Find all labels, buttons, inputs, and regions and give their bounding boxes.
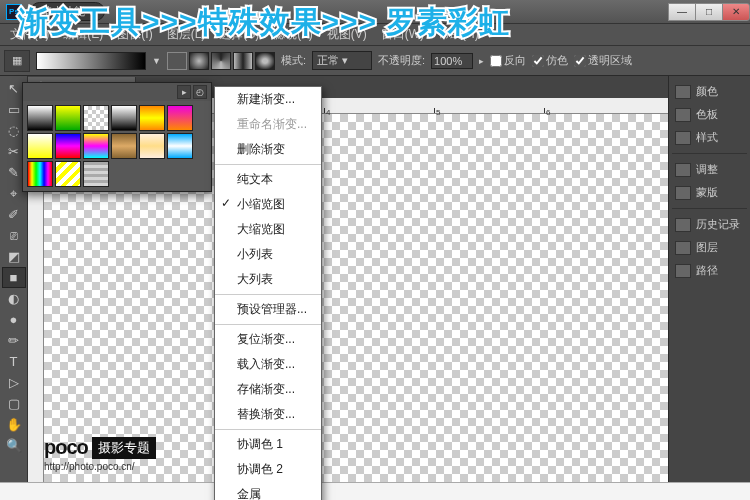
tool-9[interactable]: ■ bbox=[2, 267, 26, 288]
panel-icon bbox=[675, 163, 691, 177]
panel-icon bbox=[675, 241, 691, 255]
gradient-swatch[interactable] bbox=[55, 133, 81, 159]
flyout-item[interactable]: 复位渐变... bbox=[215, 327, 321, 352]
opacity-slider-icon[interactable]: ▸ bbox=[479, 56, 484, 66]
tool-11[interactable]: ● bbox=[2, 309, 26, 330]
opacity-input[interactable]: 100% bbox=[431, 53, 473, 69]
flyout-item[interactable]: 金属 bbox=[215, 482, 321, 500]
watermark-url: http://photo.poco.cn/ bbox=[44, 461, 156, 472]
gradient-diamond-icon[interactable] bbox=[255, 52, 275, 70]
gradient-preview[interactable] bbox=[36, 52, 146, 70]
gradient-type-group bbox=[167, 52, 275, 70]
tool-8[interactable]: ◩ bbox=[2, 246, 26, 267]
gradient-swatch-grid bbox=[23, 101, 211, 191]
flyout-item[interactable]: 替换渐变... bbox=[215, 402, 321, 427]
panel-icon bbox=[675, 186, 691, 200]
panel-蒙版[interactable]: 蒙版 bbox=[669, 181, 750, 204]
flyout-item[interactable]: 预设管理器... bbox=[215, 297, 321, 322]
mode-select[interactable]: 正常 ▾ bbox=[312, 51, 372, 70]
tool-16[interactable]: ✋ bbox=[2, 414, 26, 435]
panel-icon bbox=[675, 264, 691, 278]
gradient-swatch[interactable] bbox=[27, 133, 53, 159]
panel-色板[interactable]: 色板 bbox=[669, 103, 750, 126]
panel-label: 样式 bbox=[696, 130, 718, 145]
gradient-swatch[interactable] bbox=[167, 133, 193, 159]
gradient-swatch[interactable] bbox=[111, 105, 137, 131]
dither-checkbox[interactable]: 仿色 bbox=[532, 53, 568, 68]
flyout-item[interactable]: 大缩览图 bbox=[215, 217, 321, 242]
tool-12[interactable]: ✏ bbox=[2, 330, 26, 351]
gradient-swatch[interactable] bbox=[83, 161, 109, 187]
flyout-item[interactable]: 新建渐变... bbox=[215, 87, 321, 112]
mode-label: 模式: bbox=[281, 53, 306, 68]
gradient-swatch[interactable] bbox=[55, 105, 81, 131]
panel-label: 路径 bbox=[696, 263, 718, 278]
gradient-swatch[interactable] bbox=[27, 105, 53, 131]
gradient-picker-popup: ▸ ◴ bbox=[22, 82, 212, 192]
gradient-flyout-menu: 新建渐变...重命名渐变...删除渐变纯文本小缩览图大缩览图小列表大列表预设管理… bbox=[214, 86, 322, 500]
gradient-swatch[interactable] bbox=[167, 105, 193, 131]
panel-label: 图层 bbox=[696, 240, 718, 255]
reverse-checkbox[interactable]: 反向 bbox=[490, 53, 526, 68]
gradient-linear-icon[interactable] bbox=[167, 52, 187, 70]
panel-icon bbox=[675, 218, 691, 232]
tool-7[interactable]: ⎚ bbox=[2, 225, 26, 246]
statusbar bbox=[0, 482, 750, 500]
panel-label: 调整 bbox=[696, 162, 718, 177]
panel-颜色[interactable]: 颜色 bbox=[669, 80, 750, 103]
options-bar: ▦ ▼ 模式: 正常 ▾ 不透明度: 100% ▸ 反向 仿色 透明区域 bbox=[0, 46, 750, 76]
gradient-swatch[interactable] bbox=[139, 133, 165, 159]
panel-调整[interactable]: 调整 bbox=[669, 158, 750, 181]
flyout-item[interactable]: 协调色 1 bbox=[215, 432, 321, 457]
gradient-tool-icon: ▦ bbox=[4, 50, 30, 72]
tool-14[interactable]: ▷ bbox=[2, 372, 26, 393]
tool-10[interactable]: ◐ bbox=[2, 288, 26, 309]
panel-样式[interactable]: 样式 bbox=[669, 126, 750, 149]
maximize-button[interactable]: □ bbox=[695, 3, 723, 21]
minimize-button[interactable]: — bbox=[668, 3, 696, 21]
flyout-item[interactable]: 载入渐变... bbox=[215, 352, 321, 377]
popup-flyout-icon[interactable]: ▸ bbox=[177, 85, 191, 99]
gradient-swatch[interactable] bbox=[83, 133, 109, 159]
popup-settings-icon[interactable]: ◴ bbox=[193, 85, 207, 99]
gradient-swatch[interactable] bbox=[27, 161, 53, 187]
tutorial-overlay-text: 渐变工具>>>特殊效果>>> 罗素彩虹 bbox=[18, 2, 510, 43]
gradient-swatch[interactable] bbox=[111, 133, 137, 159]
flyout-item[interactable]: 小列表 bbox=[215, 242, 321, 267]
panel-icon bbox=[675, 85, 691, 99]
window-controls: — □ ✕ bbox=[669, 3, 750, 21]
flyout-item[interactable]: 小缩览图 bbox=[215, 192, 321, 217]
tool-6[interactable]: ✐ bbox=[2, 204, 26, 225]
opacity-label: 不透明度: bbox=[378, 53, 425, 68]
gradient-angle-icon[interactable] bbox=[211, 52, 231, 70]
flyout-item[interactable]: 协调色 2 bbox=[215, 457, 321, 482]
gradient-reflected-icon[interactable] bbox=[233, 52, 253, 70]
flyout-item[interactable]: 纯文本 bbox=[215, 167, 321, 192]
panel-label: 色板 bbox=[696, 107, 718, 122]
flyout-item[interactable]: 重命名渐变... bbox=[215, 112, 321, 137]
tool-17[interactable]: 🔍 bbox=[2, 435, 26, 456]
panel-历史记录[interactable]: 历史记录 bbox=[669, 213, 750, 236]
panel-icon bbox=[675, 131, 691, 145]
panel-label: 蒙版 bbox=[696, 185, 718, 200]
panel-图层[interactable]: 图层 bbox=[669, 236, 750, 259]
gradient-dropdown-icon[interactable]: ▼ bbox=[152, 56, 161, 66]
transparency-checkbox[interactable]: 透明区域 bbox=[574, 53, 632, 68]
flyout-item[interactable]: 大列表 bbox=[215, 267, 321, 292]
gradient-swatch[interactable] bbox=[55, 161, 81, 187]
watermark: poco 摄影专题 http://photo.poco.cn/ bbox=[44, 436, 156, 472]
panel-路径[interactable]: 路径 bbox=[669, 259, 750, 282]
panel-icon bbox=[675, 108, 691, 122]
flyout-item[interactable]: 存储渐变... bbox=[215, 377, 321, 402]
tool-15[interactable]: ▢ bbox=[2, 393, 26, 414]
gradient-swatch[interactable] bbox=[139, 105, 165, 131]
flyout-item[interactable]: 删除渐变 bbox=[215, 137, 321, 162]
panel-dock: 颜色色板样式调整蒙版历史记录图层路径 bbox=[668, 76, 750, 482]
watermark-box: 摄影专题 bbox=[92, 437, 156, 459]
watermark-brand: poco bbox=[44, 436, 88, 459]
gradient-swatch[interactable] bbox=[83, 105, 109, 131]
panel-label: 历史记录 bbox=[696, 217, 740, 232]
tool-13[interactable]: T bbox=[2, 351, 26, 372]
gradient-radial-icon[interactable] bbox=[189, 52, 209, 70]
close-button[interactable]: ✕ bbox=[722, 3, 750, 21]
